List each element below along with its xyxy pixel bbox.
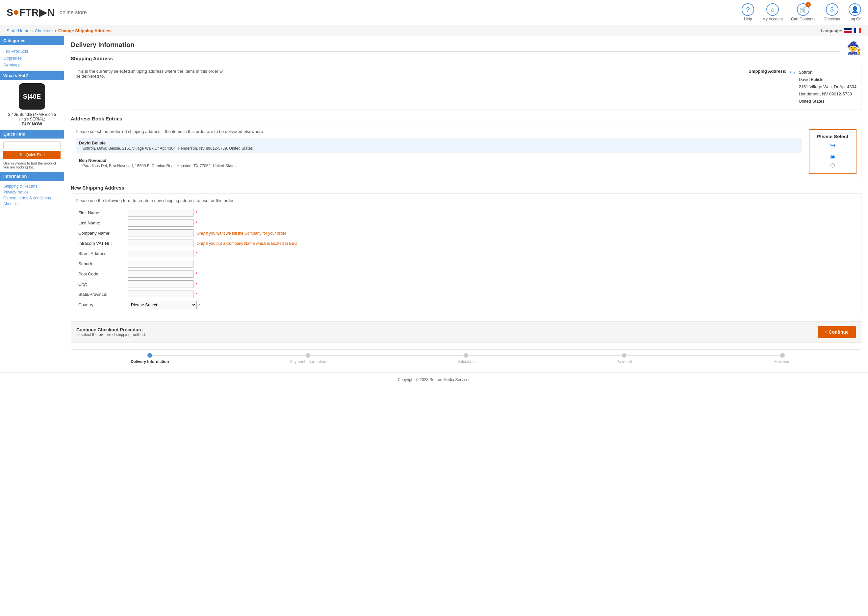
form-row-city: City: *: [76, 279, 300, 289]
label-country: Country:: [76, 299, 125, 310]
cart-icon-item[interactable]: 🛒 1 Cart Contents: [791, 3, 815, 21]
input-city[interactable]: [128, 280, 193, 288]
form-row-street: Street Address: *: [76, 248, 300, 259]
shipping-street: 2151 Village Walk Dr Apt 4304: [799, 83, 857, 91]
progress-step-1: Delivery Information: [71, 353, 229, 364]
progress-step-2-label: Payment Information: [290, 359, 326, 364]
continue-button[interactable]: › Continue: [818, 326, 856, 338]
help-icon-item[interactable]: ? Help: [742, 3, 754, 21]
address-entry-2-detail: Paradisus Dei, Ben Novosad, 15500 El Cam…: [79, 163, 799, 168]
progress-step-3-label: Validation: [458, 359, 475, 364]
sidebar-item-services[interactable]: Services: [3, 61, 61, 68]
required-lastname: *: [196, 220, 198, 225]
quick-find-box: 🔍 Quick Find Use keywords to find the pr…: [0, 138, 64, 172]
form-row-vat: Intracom VAT Nr : Only if you put a Comp…: [76, 238, 300, 248]
sidebar-item-upgrades[interactable]: Upgrades: [3, 55, 61, 61]
form-row-state: State/Province: *: [76, 289, 300, 299]
flag-fr-icon: [854, 28, 862, 33]
categories-nav: Full Products Upgrades Services: [0, 45, 64, 71]
logoff-label: Log Off: [849, 17, 862, 21]
label-vat: Intracom VAT Nr :: [76, 238, 125, 248]
progress-step-4-label: Payment: [616, 359, 632, 364]
input-state[interactable]: [128, 291, 193, 298]
product-cta[interactable]: BUY NOW: [3, 121, 61, 126]
language-label: Language:: [821, 28, 842, 33]
my-account-icon-item[interactable]: ⌂ My Account: [762, 3, 783, 21]
hint-company: Only if you want we bill the Company for…: [197, 231, 286, 236]
categories-title: Categories: [0, 36, 64, 45]
input-company[interactable]: [128, 229, 193, 237]
label-state: State/Province:: [76, 289, 125, 299]
info-shipping[interactable]: Shipping & Returns: [3, 183, 61, 189]
label-suburb: Suburb:: [76, 259, 125, 269]
progress-step-5: Finished!: [703, 353, 862, 364]
sidebar: Categories Full Products Upgrades Servic…: [0, 36, 64, 372]
logoff-icon-item[interactable]: 👤 Log Off: [849, 3, 862, 21]
quick-find-button[interactable]: 🔍 Quick Find: [3, 151, 61, 159]
new-shipping-desc: Please use the following form to create …: [76, 198, 857, 203]
radio-entry-1[interactable]: [830, 155, 835, 159]
form-row-suburb: Suburb:: [76, 259, 300, 269]
address-book-left: Please select the preferred shipping add…: [76, 129, 802, 172]
cart-badge: 1: [805, 2, 811, 7]
breadcrumb-sep1: ›: [31, 28, 33, 33]
header: S FTR ▶ N online store ? Help ⌂ My Accou…: [0, 0, 868, 25]
shipping-country: United States: [799, 98, 857, 105]
info-privacy[interactable]: Privacy Notice: [3, 189, 61, 195]
shipping-current-address: Shipping Address: ↪ Softron David Belisl…: [749, 69, 857, 105]
address-entry-1: David Belisle Softron, David Belisle, 21…: [76, 138, 802, 153]
country-select[interactable]: Please Select: [128, 301, 197, 309]
shipping-description: This is the currently selected shipping …: [76, 69, 227, 79]
header-icons: ? Help ⌂ My Account 🛒 1 Cart Contents $ …: [742, 3, 862, 21]
checkout-label: Checkout: [824, 17, 840, 21]
progress-step-3: Validation: [387, 353, 545, 364]
required-street: *: [196, 251, 198, 256]
new-shipping-title: New Shipping Address: [71, 185, 862, 190]
address-entry-2-name: Ben Novosad: [79, 158, 799, 163]
hint-vat: Only if you put a Company Name which is …: [197, 241, 297, 246]
breadcrumb-sep2: ›: [55, 28, 56, 33]
form-row-lastname: Last Name: *: [76, 218, 300, 228]
product-icon-text: S|40E: [23, 93, 41, 101]
input-firstname[interactable]: [128, 209, 193, 217]
flag-uk-icon: [844, 28, 852, 33]
new-shipping-section: New Shipping Address Please use the foll…: [71, 185, 862, 315]
logo-icon: S FTR ▶ N: [6, 6, 55, 18]
breadcrumb-current: Change Shipping Address: [58, 28, 111, 33]
my-account-label: My Account: [762, 17, 783, 21]
cart-label: Cart Contents: [791, 17, 815, 21]
continue-subtitle: to select the preferred shipping method.: [76, 332, 146, 337]
sidebar-item-full-products[interactable]: Full Products: [3, 48, 61, 55]
form-row-company: Company Name: Only if you want we bill t…: [76, 228, 300, 238]
input-postcode[interactable]: [128, 270, 193, 278]
info-terms[interactable]: General terms & conditions: [3, 195, 61, 201]
required-state: *: [196, 292, 198, 297]
radio-option-1: [830, 155, 835, 159]
input-lastname[interactable]: [128, 219, 193, 227]
input-street[interactable]: [128, 250, 193, 257]
form-row-firstname: First Name: *: [76, 207, 300, 218]
info-about[interactable]: About Us: [3, 201, 61, 207]
breadcrumb-store-home[interactable]: Store Home: [6, 28, 29, 33]
quick-find-input[interactable]: [3, 141, 61, 149]
breadcrumb-checkout[interactable]: Checkout: [35, 28, 53, 33]
address-book-title: Address Book Entries: [71, 116, 862, 121]
radio-entry-2[interactable]: [830, 163, 835, 168]
shipping-city-state: Henderson, NV 89012-5739: [799, 91, 857, 98]
label-street: Street Address:: [76, 248, 125, 259]
character-illustration: 🧙: [847, 41, 862, 55]
checkout-icon-item[interactable]: $ Checkout: [824, 3, 840, 21]
shipping-address-text: Softron David Belisle 2151 Village Walk …: [799, 69, 857, 105]
radio-option-2: [830, 163, 835, 168]
required-postcode: *: [196, 272, 198, 277]
continue-arrow-icon: ›: [825, 329, 827, 335]
progress-bar: Delivery Information Payment Information…: [71, 349, 862, 367]
content: Delivery Information 🧙 Shipping Address …: [64, 36, 868, 372]
input-vat[interactable]: [128, 240, 193, 247]
whats-hot-title: What's Hot?: [0, 71, 64, 80]
address-book-desc: Please select the preferred shipping add…: [76, 129, 802, 134]
shipping-name: David Belisle: [799, 76, 857, 83]
input-suburb[interactable]: [128, 260, 193, 267]
form-row-country: Country: Please Select *: [76, 299, 300, 310]
label-postcode: Post Code:: [76, 269, 125, 279]
